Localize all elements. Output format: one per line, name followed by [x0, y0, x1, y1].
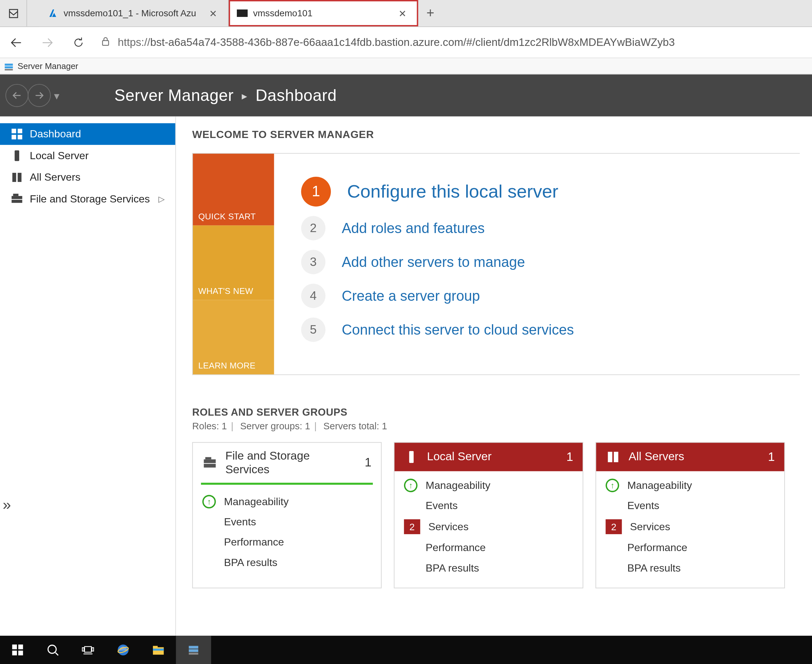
tile-row-label: BPA results	[224, 557, 277, 569]
svg-rect-5	[102, 41, 109, 45]
tile-row-label: Events	[224, 516, 256, 528]
svg-rect-29	[12, 651, 17, 656]
svg-rect-24	[409, 451, 414, 463]
role-tile[interactable]: All Servers 1 ↑ManageabilityEvents2Servi…	[595, 442, 785, 588]
tile-row[interactable]: Performance	[404, 538, 573, 558]
tile-row[interactable]: Events	[606, 496, 775, 516]
tile-row[interactable]: ↑Manageability	[404, 475, 573, 495]
forward-button[interactable]	[38, 33, 57, 52]
svg-rect-16	[12, 173, 16, 182]
tab-title: vmssdemo101_1 - Microsoft Azu	[64, 8, 201, 18]
main-content: WELCOME TO SERVER MANAGER QUICK START WH…	[176, 117, 812, 636]
tile-icon	[606, 449, 621, 464]
svg-rect-33	[84, 646, 91, 652]
quick-start-tile[interactable]: QUICK START	[193, 154, 274, 225]
terminal-icon	[237, 8, 248, 19]
back-button[interactable]	[7, 33, 26, 52]
azure-icon	[47, 8, 58, 19]
tile-row[interactable]: ↑Manageability	[202, 491, 372, 512]
new-tab-button[interactable]: +	[418, 0, 442, 26]
remote-window-caption: Server Manager	[0, 58, 812, 75]
svg-rect-12	[18, 129, 22, 133]
tile-row[interactable]: ↑Manageability	[606, 475, 775, 495]
tile-row[interactable]: Performance	[202, 532, 372, 552]
tile-rows: ↑ManageabilityEvents2ServicesPerformance…	[596, 471, 784, 588]
role-tile[interactable]: Local Server 1 ↑ManageabilityEvents2Serv…	[394, 442, 583, 588]
sidebar-item-label: Dashboard	[30, 128, 81, 140]
url-scheme: https://	[118, 36, 150, 47]
taskbar-explorer[interactable]	[141, 636, 176, 664]
address-bar[interactable]: https://bst-a6a54a74-3588-436b-887e-66aa…	[100, 36, 800, 49]
sidebar-item-label: File and Storage Services	[30, 193, 150, 205]
browser-tab-bastion[interactable]: vmssdemo101 ✕	[229, 0, 418, 26]
close-icon[interactable]: ✕	[206, 7, 220, 20]
tile-label: LEARN MORE	[198, 361, 255, 370]
tile-count: 1	[365, 456, 372, 470]
sidebar-item-all-servers[interactable]: All Servers	[0, 167, 175, 189]
taskbar-ie[interactable]	[106, 636, 141, 664]
whats-new-tile[interactable]: WHAT'S NEW	[193, 226, 274, 300]
learn-more-tile[interactable]: LEARN MORE	[193, 300, 274, 374]
row-spacer	[606, 561, 619, 575]
role-tile[interactable]: File and Storage Services 1 ↑Manageabili…	[192, 442, 382, 588]
nav-back-button[interactable]	[5, 84, 29, 107]
tile-row[interactable]: 2Services	[404, 516, 573, 538]
tile-row-label: Performance	[224, 536, 284, 548]
tile-row[interactable]: 2Services	[606, 516, 775, 538]
step-number: 2	[301, 216, 326, 241]
tile-row[interactable]: BPA results	[606, 558, 775, 578]
tile-row[interactable]: Events	[202, 512, 372, 532]
nav-forward-button[interactable]	[28, 84, 51, 107]
server-icon	[11, 150, 23, 162]
tile-header: Local Server 1	[395, 443, 583, 471]
tile-row[interactable]: BPA results	[202, 552, 372, 573]
step-label: Add other servers to manage	[342, 254, 525, 270]
sidebar-item-dashboard[interactable]: Dashboard	[0, 124, 175, 145]
svg-rect-11	[12, 129, 16, 133]
tile-label: QUICK START	[198, 212, 256, 221]
svg-rect-23	[205, 457, 211, 459]
step-number: 4	[301, 284, 326, 308]
svg-rect-22	[204, 464, 216, 467]
sidebar-item-file-storage[interactable]: File and Storage Services ▷	[0, 188, 175, 210]
tile-title: Local Server	[427, 451, 558, 464]
start-button[interactable]	[0, 636, 35, 664]
svg-rect-35	[92, 648, 94, 651]
server-manager-body: Dashboard Local Server All Servers File …	[0, 117, 812, 636]
servers-total: Servers total: 1	[323, 420, 387, 431]
task-view-button[interactable]	[70, 636, 106, 664]
taskbar-server-manager[interactable]	[176, 636, 211, 664]
sidebar-item-local-server[interactable]: Local Server	[0, 145, 175, 167]
sidebar-expand-button[interactable]: »	[3, 496, 11, 514]
browser-tab-azure[interactable]: vmssdemo101_1 - Microsoft Azu ✕	[39, 0, 229, 26]
tile-row[interactable]: Events	[404, 496, 573, 516]
quick-start-step[interactable]: 2 Add roles and features	[301, 216, 800, 241]
roles-subheading: Roles: 1| Server groups: 1| Servers tota…	[192, 420, 812, 431]
tab-actions-button[interactable]	[0, 0, 27, 26]
tile-row[interactable]: BPA results	[404, 558, 573, 578]
refresh-button[interactable]	[69, 33, 88, 52]
quick-start-step[interactable]: 5 Connect this server to cloud services	[301, 318, 800, 342]
tile-count: 1	[567, 450, 573, 464]
remote-caption-text: Server Manager	[18, 61, 78, 71]
nav-history-button[interactable]: ▾	[52, 89, 62, 102]
tile-icon	[202, 456, 217, 470]
status-up-icon: ↑	[202, 495, 216, 509]
quick-start-step[interactable]: 1 Configure this local server	[301, 177, 800, 207]
quick-start-step[interactable]: 4 Create a server group	[301, 284, 800, 308]
close-icon[interactable]: ✕	[396, 7, 409, 20]
svg-rect-30	[18, 651, 23, 656]
tile-row-label: Performance	[627, 542, 687, 554]
tile-label: WHAT'S NEW	[198, 286, 253, 296]
browser-tab-strip: vmssdemo101_1 - Microsoft Azu ✕ vmssdemo…	[0, 0, 812, 27]
search-button[interactable]	[35, 636, 70, 664]
status-up-icon: ↑	[606, 479, 619, 493]
tab-divider	[27, 0, 39, 26]
step-number: 5	[301, 318, 326, 342]
breadcrumb-root[interactable]: Server Manager	[115, 86, 234, 105]
tile-row-label: Manageability	[627, 479, 692, 491]
breadcrumb-current: Dashboard	[255, 86, 337, 105]
tile-row[interactable]: Performance	[606, 538, 775, 558]
sidebar: Dashboard Local Server All Servers File …	[0, 117, 176, 636]
quick-start-step[interactable]: 3 Add other servers to manage	[301, 250, 800, 274]
